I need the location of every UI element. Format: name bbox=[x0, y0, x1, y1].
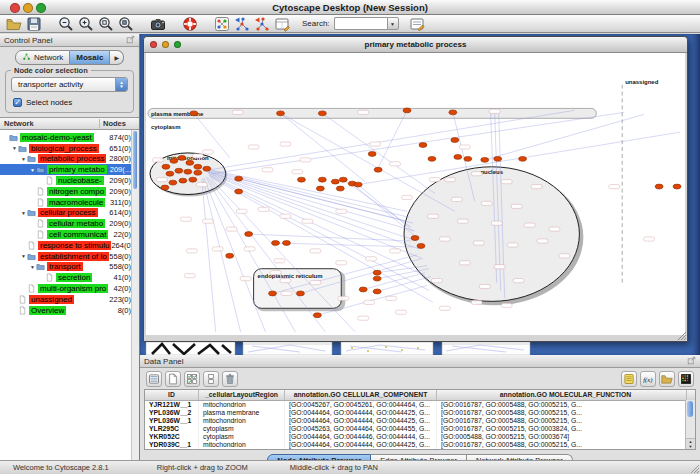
tree-row[interactable]: multi-organism pro42(0) bbox=[0, 283, 139, 294]
search-dropdown-icon[interactable]: ▼ bbox=[387, 17, 399, 30]
app-resize-grip-icon[interactable] bbox=[689, 463, 699, 473]
table-cell: [GO:0045263, GO:0044464, GO:0044455, G..… bbox=[285, 425, 437, 433]
table-column-header[interactable]: annotation.GO CELLULAR_COMPONENT bbox=[285, 390, 437, 400]
table-cell: YJR121W__1 bbox=[145, 401, 199, 409]
tree-row[interactable]: ▼establishment of lo558(0) bbox=[0, 251, 139, 262]
expand-arrow-icon[interactable]: ▼ bbox=[20, 253, 27, 259]
network-graph[interactable]: plasma membranecytoplasmmitochondrionnuc… bbox=[146, 53, 685, 335]
resize-grip-icon[interactable] bbox=[676, 330, 686, 340]
table-cell: mitochondrion bbox=[199, 441, 285, 449]
folder-icon bbox=[36, 165, 47, 174]
file-icon bbox=[27, 241, 38, 250]
tree-row[interactable]: secretion41(0) bbox=[0, 272, 139, 283]
network-link-icon[interactable] bbox=[213, 15, 230, 32]
table-scrollbar[interactable]: ▲▼ bbox=[685, 400, 695, 449]
table-row[interactable]: YLR295Ccytoplasm[GO:0045263, GO:0044464,… bbox=[145, 425, 695, 433]
tree-row[interactable]: nucleobase-209(0) bbox=[0, 175, 139, 186]
tree-row[interactable]: response to stimulu264(0) bbox=[0, 240, 139, 251]
file-icon bbox=[27, 284, 38, 293]
tree-column-network[interactable]: Network bbox=[0, 119, 100, 128]
table-row[interactable]: YPL036W__2plasma membrane[GO:0044464, GO… bbox=[145, 409, 695, 417]
tree-column-nodes[interactable]: Nodes bbox=[100, 119, 139, 128]
select-nodes-checkbox[interactable]: ✓ bbox=[13, 98, 22, 107]
dropdown-stepper-icon[interactable]: ▲▼ bbox=[115, 78, 127, 91]
tree-header[interactable]: Network Nodes bbox=[0, 117, 139, 130]
table-row[interactable]: YKR052Ccytoplasm[GO:0044464, GO:0044446,… bbox=[145, 433, 695, 441]
tree-scrollbar[interactable] bbox=[131, 130, 139, 460]
table-corner-button[interactable] bbox=[686, 390, 695, 400]
table-row[interactable]: YDR039C__1mitochondrion[GO:0044464, GO:0… bbox=[145, 441, 695, 449]
file-icon bbox=[36, 230, 47, 239]
tree-row[interactable]: ▼primary metabo209(... bbox=[0, 164, 139, 175]
annotation-import-icon[interactable] bbox=[233, 15, 250, 32]
node-color-dropdown[interactable]: transporter activity ▲▼ bbox=[11, 77, 128, 92]
zoom-in-icon[interactable] bbox=[77, 15, 94, 32]
tree-row[interactable]: ▼biological_process651(0) bbox=[0, 143, 139, 154]
minimize-view-icon[interactable] bbox=[162, 41, 169, 48]
table-column-header[interactable]: _cellularLayoutRegion bbox=[199, 390, 285, 400]
tab-network[interactable]: Network bbox=[15, 50, 70, 65]
folder-icon bbox=[27, 252, 38, 261]
attribute-edit-icon[interactable] bbox=[409, 15, 426, 32]
tree-row[interactable]: mosaic-demo-yeast874(0) bbox=[0, 132, 139, 143]
tree-row[interactable]: ▼transport558(0) bbox=[0, 262, 139, 273]
tree-row-count: 209(0) bbox=[109, 219, 131, 228]
expand-arrow-icon[interactable]: ▼ bbox=[29, 264, 36, 270]
table-column-header[interactable]: annotation.GO MOLECULAR_FUNCTION bbox=[437, 390, 695, 400]
expand-arrow-icon[interactable]: ▼ bbox=[20, 210, 27, 216]
function-builder-icon[interactable]: f(x) bbox=[640, 371, 656, 387]
float-panel-icon[interactable] bbox=[126, 35, 135, 46]
network-window-titlebar[interactable]: primary metabolic process bbox=[144, 37, 687, 53]
expand-arrow-icon[interactable]: ▼ bbox=[29, 167, 36, 173]
zoom-view-icon[interactable] bbox=[174, 41, 181, 48]
annotation-merge-icon[interactable] bbox=[253, 15, 270, 32]
zoom-out-icon[interactable] bbox=[57, 15, 74, 32]
table-cell: [GO:0016787, GO:0005215, GO:0003824, G..… bbox=[437, 425, 695, 433]
scrollbar-thumb[interactable] bbox=[687, 401, 693, 417]
window-titlebar[interactable]: Cytoscape Desktop (New Session) bbox=[0, 0, 700, 15]
unselect-attributes-icon[interactable] bbox=[203, 371, 219, 387]
expand-arrow-icon[interactable]: ▼ bbox=[20, 156, 27, 162]
tree-row[interactable]: Overview8(0) bbox=[0, 305, 139, 316]
matrix-view-icon[interactable] bbox=[678, 371, 694, 387]
delete-attribute-icon[interactable] bbox=[222, 371, 238, 387]
tree-row[interactable]: cell communicat22(0) bbox=[0, 229, 139, 240]
more-tabs-arrow-icon[interactable]: ▶ bbox=[110, 50, 124, 65]
tree-row[interactable]: cellular metabo209(0) bbox=[0, 218, 139, 229]
search-input[interactable] bbox=[334, 17, 387, 30]
close-view-icon[interactable] bbox=[150, 41, 157, 48]
new-attribute-icon[interactable] bbox=[165, 371, 181, 387]
table-import-icon[interactable] bbox=[273, 15, 290, 32]
zoom-selected-icon[interactable] bbox=[117, 15, 134, 32]
tree-row[interactable]: ▼cellular process614(0) bbox=[0, 208, 139, 219]
tab-mosaic[interactable]: Mosaic bbox=[70, 50, 110, 65]
attribute-table-header[interactable]: ID_cellularLayoutRegionannotation.GO CEL… bbox=[145, 390, 695, 401]
folder-icon bbox=[27, 208, 38, 217]
table-column-header[interactable]: ID bbox=[145, 390, 199, 400]
network-view-window[interactable]: primary metabolic process plasma membran… bbox=[143, 36, 688, 342]
column-layout-icon[interactable] bbox=[146, 371, 162, 387]
zoom-fit-icon[interactable] bbox=[97, 15, 114, 32]
tree-row[interactable]: ▼metabolic process280(0) bbox=[0, 154, 139, 165]
network-canvas[interactable]: plasma membranecytoplasmmitochondrionnuc… bbox=[146, 53, 685, 335]
scrollbar-arrows[interactable]: ▲▼ bbox=[686, 438, 695, 449]
tree-row-count: 558(0) bbox=[109, 252, 131, 261]
table-row[interactable]: YJR121W__1mitochondrion[GO:0045267, GO:0… bbox=[145, 401, 695, 409]
folder-icon bbox=[9, 133, 20, 142]
control-panel-tabs: NetworkMosaic▶ bbox=[0, 47, 139, 66]
open-attributes-icon[interactable] bbox=[659, 371, 675, 387]
tree-row[interactable]: unassigned223(0) bbox=[0, 294, 139, 305]
select-attributes-icon[interactable] bbox=[184, 371, 200, 387]
float-data-panel-icon[interactable] bbox=[687, 356, 696, 367]
tree-row[interactable]: macromolecule311(0) bbox=[0, 197, 139, 208]
group-title: Node color selection bbox=[11, 66, 91, 75]
annotation-pad-icon[interactable] bbox=[621, 371, 637, 387]
tree-row[interactable]: nitrogen compo209(0) bbox=[0, 186, 139, 197]
open-session-icon[interactable] bbox=[5, 15, 22, 32]
table-row[interactable]: YPL036W__1mitochondrion[GO:0044464, GO:0… bbox=[145, 417, 695, 425]
snapshot-icon[interactable] bbox=[149, 15, 166, 32]
tree-row-label: unassigned bbox=[29, 295, 74, 304]
help-icon[interactable] bbox=[181, 15, 198, 32]
expand-arrow-icon[interactable]: ▼ bbox=[11, 145, 18, 151]
save-session-icon[interactable] bbox=[25, 15, 42, 32]
